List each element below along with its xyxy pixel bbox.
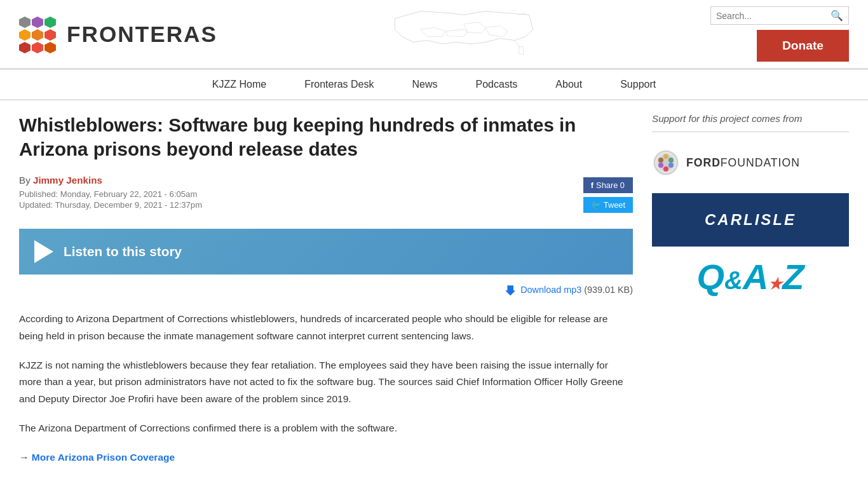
site-header: FRONTERAS 🔍 Donate — [0, 0, 868, 69]
ford-label: FORD — [686, 156, 721, 169]
qaz-ampersand: & — [724, 266, 743, 294]
us-map-graphic — [375, 8, 553, 60]
logo-hex-icon — [19, 17, 60, 51]
svg-point-8 — [663, 166, 668, 172]
main-nav: KJZZ Home Fronteras Desk News Podcasts A… — [0, 69, 868, 100]
nav-about[interactable]: About — [536, 70, 601, 99]
sidebar-support-text: Support for this project comes from — [652, 113, 849, 132]
svg-rect-2 — [519, 47, 524, 54]
fb-share-label: Share 0 — [596, 180, 625, 190]
ford-hex-logo — [652, 149, 680, 177]
nav-kjzz-home[interactable]: KJZZ Home — [193, 70, 285, 99]
ford-foundation-text: FORDFOUNDATION — [686, 156, 800, 170]
carlisle-text: CARLISLE — [705, 211, 796, 228]
download-icon — [505, 285, 515, 295]
search-input[interactable] — [716, 11, 831, 21]
nav-support[interactable]: Support — [601, 70, 675, 99]
published-date: Published: Monday, February 22, 2021 - 6… — [19, 189, 202, 199]
article-paragraph-2: KJZZ is not naming the whistleblowers be… — [19, 357, 633, 407]
donate-button[interactable]: Donate — [757, 30, 849, 62]
article-meta: Published: Monday, February 22, 2021 - 6… — [19, 189, 202, 210]
article-byline: By Jimmy Jenkins — [19, 175, 202, 186]
sidebar: Support for this project comes from FORD… — [652, 113, 849, 479]
carlisle-sponsor: CARLISLE — [652, 193, 849, 247]
svg-point-6 — [668, 158, 674, 163]
svg-point-9 — [658, 163, 663, 168]
updated-date: Updated: Thursday, December 9, 2021 - 12… — [19, 200, 202, 210]
qaz-star-icon: ★ — [768, 275, 782, 292]
svg-point-4 — [658, 158, 663, 163]
search-box[interactable]: 🔍 — [710, 6, 849, 25]
more-coverage-link[interactable]: More Arizona Prison Coverage — [32, 452, 175, 463]
nav-podcasts[interactable]: Podcasts — [457, 70, 537, 99]
ford-foundation-label: FOUNDATION — [721, 156, 800, 169]
download-size: (939.01 KB) — [584, 285, 633, 295]
svg-line-1 — [515, 40, 520, 47]
social-buttons: f Share 0 🐦 Tweet — [583, 177, 633, 213]
article-title: Whistleblowers: Software bug keeping hun… — [19, 113, 633, 162]
download-link[interactable]: Download mp3 — [520, 285, 581, 295]
more-link-paragraph: → More Arizona Prison Coverage — [19, 449, 633, 466]
tw-label: Tweet — [604, 200, 625, 210]
main-container: Whistleblowers: Software bug keeping hun… — [0, 100, 868, 488]
article-paragraph-1: According to Arizona Department of Corre… — [19, 311, 633, 344]
twitter-share-button[interactable]: 🐦 Tweet — [583, 197, 633, 213]
play-icon — [34, 240, 53, 263]
svg-point-7 — [668, 163, 674, 168]
logo-area: FRONTERAS — [19, 17, 217, 51]
article-content: Whistleblowers: Software bug keeping hun… — [19, 113, 633, 479]
carlisle-logo-bg: CARLISLE — [665, 202, 836, 238]
nav-news[interactable]: News — [393, 70, 457, 99]
qaz-q-letter: Q — [696, 257, 724, 297]
audio-label: Listen to this story — [64, 244, 182, 259]
arrow-icon: → — [19, 452, 29, 463]
qaz-z-letter: Z — [782, 257, 804, 297]
article-body: According to Arizona Department of Corre… — [19, 311, 633, 466]
article-paragraph-3: The Arizona Department of Corrections co… — [19, 420, 633, 437]
search-button[interactable]: 🔍 — [831, 10, 843, 22]
qaz-text: Q&A★Z — [652, 259, 849, 295]
site-logo-text: FRONTERAS — [67, 22, 217, 47]
fb-icon: f — [591, 180, 593, 190]
qaz-sponsor: Q&A★Z — [652, 259, 849, 295]
twitter-icon: 🐦 — [591, 200, 601, 210]
author-link[interactable]: Jimmy Jenkins — [33, 175, 102, 186]
svg-point-5 — [663, 154, 668, 159]
qaz-a-letter: A — [743, 257, 768, 297]
facebook-share-button[interactable]: f Share 0 — [583, 177, 633, 193]
ford-foundation-sponsor: FORDFOUNDATION — [652, 142, 849, 183]
header-right-section: 🔍 Donate — [710, 6, 849, 62]
audio-player[interactable]: Listen to this story — [19, 229, 633, 274]
byline-prefix: By — [19, 175, 33, 186]
download-area: Download mp3 (939.01 KB) — [19, 285, 633, 295]
nav-fronteras-desk[interactable]: Fronteras Desk — [285, 70, 393, 99]
